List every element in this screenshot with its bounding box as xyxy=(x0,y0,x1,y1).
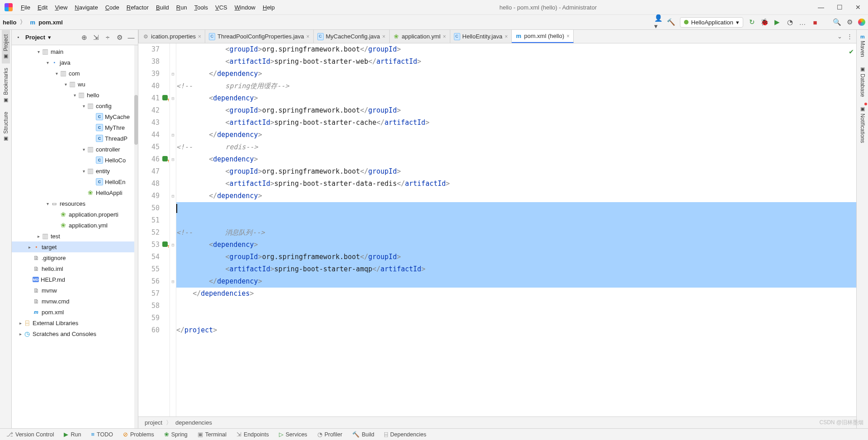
menu-build[interactable]: Build xyxy=(152,3,173,12)
crumb-project[interactable]: project xyxy=(145,419,162,426)
tree-node[interactable]: application.yml xyxy=(12,220,138,231)
code-content[interactable]: ✔ <groupId>org.springframework.boot</gro… xyxy=(176,43,856,416)
tree-node[interactable]: ▸Scratches and Consoles xyxy=(12,328,138,339)
fold-toggle-icon[interactable] xyxy=(170,80,176,92)
close-tab-icon[interactable]: × xyxy=(307,33,310,40)
fold-toggle-icon[interactable] xyxy=(170,104,176,117)
vcs-marker-icon[interactable] xyxy=(162,95,168,100)
fold-toggle-icon[interactable] xyxy=(170,288,176,300)
tree-toggle-icon[interactable]: ▾ xyxy=(53,71,60,76)
tree-node[interactable]: ▾config xyxy=(12,100,138,111)
tool-window-todo[interactable]: ≡TODO xyxy=(87,430,116,439)
fold-toggle-icon[interactable]: ⊟ xyxy=(170,129,176,141)
fold-toggle-icon[interactable] xyxy=(170,117,176,129)
tool-bookmarks[interactable]: ▣Bookmarks xyxy=(2,63,10,107)
expand-all-icon[interactable]: ⇲ xyxy=(92,33,100,42)
close-tab-icon[interactable]: × xyxy=(382,33,385,40)
run-coverage-icon[interactable]: ▶ xyxy=(773,18,781,26)
fold-toggle-icon[interactable] xyxy=(170,141,176,153)
maximize-icon[interactable]: ☐ xyxy=(837,4,843,11)
crumb-dependencies[interactable]: dependencies xyxy=(175,419,212,426)
stop-icon[interactable]: ■ xyxy=(811,18,819,26)
fold-toggle-icon[interactable] xyxy=(170,202,176,214)
fold-toggle-icon[interactable] xyxy=(170,56,176,68)
code-editor[interactable]: 3738394041424344454647484950515253545556… xyxy=(138,43,856,416)
editor-tab[interactable]: MyCacheConfig.java× xyxy=(314,30,390,43)
tool-window-run[interactable]: ▶Run xyxy=(60,430,85,439)
tree-node[interactable]: ▾resources xyxy=(12,198,138,209)
scrollbar[interactable] xyxy=(134,45,138,428)
tree-node[interactable]: HelloEn xyxy=(12,176,138,187)
chevron-down-icon[interactable]: ▾ xyxy=(48,34,51,41)
fold-toggle-icon[interactable]: ⊟ xyxy=(170,92,176,104)
more-icon[interactable]: ⋮ xyxy=(847,33,853,40)
settings-icon[interactable]: ⚙ xyxy=(115,33,123,42)
attach-icon[interactable]: … xyxy=(798,18,807,26)
tree-toggle-icon[interactable]: ▾ xyxy=(44,60,51,65)
editor-tab[interactable]: HelloEntity.java× xyxy=(450,30,512,43)
menu-window[interactable]: Window xyxy=(231,3,259,12)
tree-toggle-icon[interactable]: ▾ xyxy=(80,104,87,109)
user-icon[interactable]: 👤▾ xyxy=(655,18,663,26)
fold-toggle-icon[interactable]: ⊟ xyxy=(170,239,176,251)
tree-node[interactable]: MyCache xyxy=(12,111,138,122)
tool-window-endpoints[interactable]: ⇲Endpoints xyxy=(233,430,273,439)
tree-node[interactable]: application.properti xyxy=(12,209,138,220)
fold-toggle-icon[interactable]: ⊟ xyxy=(170,68,176,80)
tree-node[interactable]: ▾wu xyxy=(12,79,138,90)
tree-toggle-icon[interactable]: ▾ xyxy=(62,82,69,87)
fold-toggle-icon[interactable] xyxy=(170,251,176,263)
tool-window-terminal[interactable]: ▣Terminal xyxy=(194,430,230,439)
build-icon[interactable]: 🔨 xyxy=(667,18,675,26)
tree-toggle-icon[interactable]: ▸ xyxy=(17,331,24,336)
tree-toggle-icon[interactable]: ▸ xyxy=(17,321,24,326)
tree-node[interactable]: ▾com xyxy=(12,68,138,79)
vcs-marker-icon[interactable] xyxy=(162,156,168,161)
ide-services-icon[interactable] xyxy=(858,19,865,26)
tool-database[interactable]: ▣Database xyxy=(859,62,867,101)
menu-run[interactable]: Run xyxy=(173,3,191,12)
line-gutter[interactable]: 3738394041424344454647484950515253545556… xyxy=(138,43,170,416)
tree-node[interactable]: HELP.md xyxy=(12,274,138,285)
fold-column[interactable]: ⊟⊟⊟⊟⊟⊟⊟ xyxy=(170,43,176,416)
tree-node[interactable]: HelloAppli xyxy=(12,187,138,198)
tree-node[interactable]: pom.xml xyxy=(12,307,138,317)
fold-toggle-icon[interactable] xyxy=(170,312,176,324)
run-icon[interactable]: ↻ xyxy=(748,18,756,26)
fold-toggle-icon[interactable] xyxy=(170,43,176,56)
tree-node[interactable]: ▸target xyxy=(12,241,138,252)
settings-icon[interactable]: ⚙ xyxy=(845,18,854,26)
tool-window-dependencies[interactable]: ⌸Dependencies xyxy=(381,430,430,439)
close-tab-icon[interactable]: × xyxy=(443,33,446,40)
fold-toggle-icon[interactable] xyxy=(170,214,176,227)
tree-node[interactable]: MyThre xyxy=(12,122,138,133)
tree-node[interactable]: ▸External Libraries xyxy=(12,317,138,328)
menu-refactor[interactable]: Refactor xyxy=(123,3,152,12)
tool-structure[interactable]: ▣Structure xyxy=(2,107,10,146)
menu-tools[interactable]: Tools xyxy=(191,3,212,12)
scrollbar-thumb[interactable] xyxy=(134,95,138,145)
breadcrumb-project[interactable]: hello xyxy=(3,19,16,26)
profile-icon[interactable]: ◔ xyxy=(786,18,794,26)
tree-node[interactable]: ▾entity xyxy=(12,166,138,176)
fold-toggle-icon[interactable] xyxy=(170,263,176,275)
tool-window-profiler[interactable]: ◔Profiler xyxy=(314,430,346,439)
menu-vcs[interactable]: VCS xyxy=(212,3,231,12)
menu-file[interactable]: File xyxy=(17,3,34,12)
menu-help[interactable]: Help xyxy=(259,3,278,12)
fold-toggle-icon[interactable]: ⊟ xyxy=(170,190,176,202)
minimize-icon[interactable]: — xyxy=(818,4,824,11)
select-open-file-icon[interactable]: ⊕ xyxy=(80,33,88,42)
tool-project[interactable]: ▣Project xyxy=(2,30,10,63)
tool-window-services[interactable]: ▷Services xyxy=(275,430,311,439)
tool-notifications[interactable]: ▣Notifications xyxy=(859,101,867,147)
tree-node[interactable]: mvnw.cmd xyxy=(12,296,138,307)
tree-node[interactable]: ▾hello xyxy=(12,90,138,100)
tree-toggle-icon[interactable]: ▸ xyxy=(35,234,42,239)
tool-maven[interactable]: mMaven xyxy=(859,30,867,62)
close-tab-icon[interactable]: × xyxy=(566,33,570,39)
close-tab-icon[interactable]: × xyxy=(198,33,201,40)
inspections-ok-icon[interactable]: ✔ xyxy=(849,45,854,57)
menu-edit[interactable]: Edit xyxy=(34,3,51,12)
menu-code[interactable]: Code xyxy=(102,3,123,12)
